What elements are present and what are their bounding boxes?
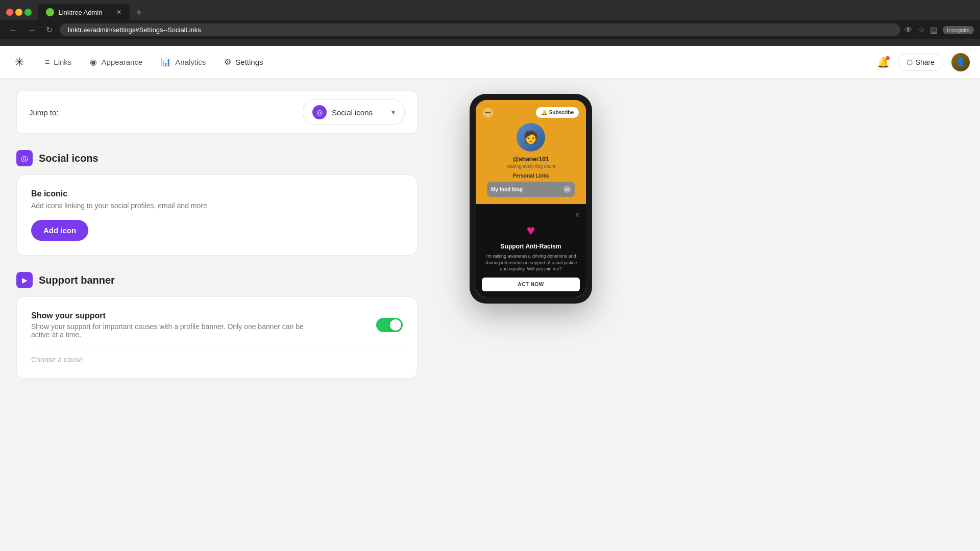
support-banner-section-icon: ▶ bbox=[16, 272, 33, 288]
phone-body: ∨ ♥ Support Anti-Racism I'm raising awar… bbox=[476, 204, 586, 297]
social-icons-card: Be iconic Add icons linking to your soci… bbox=[16, 174, 418, 256]
phone-heart-icon: ♥ bbox=[482, 222, 580, 239]
share-button[interactable]: ⬡ Share bbox=[898, 54, 943, 71]
support-banner-section-header: ▶ Support banner bbox=[16, 272, 418, 288]
forward-button[interactable]: → bbox=[24, 24, 39, 36]
active-browser-tab[interactable]: Linktree Admin ✕ bbox=[38, 4, 130, 20]
phone-username: @shaner101 bbox=[483, 156, 579, 163]
jump-select-text: Social icons bbox=[332, 108, 373, 117]
address-bar[interactable] bbox=[60, 23, 900, 36]
phone-act-button: ACT NOW bbox=[482, 278, 580, 291]
phone-link-dot: ••• bbox=[564, 186, 571, 193]
avatar-image: 👤 bbox=[951, 53, 970, 71]
nav-item-analytics[interactable]: 📊 Analytics bbox=[153, 53, 214, 71]
tab-close-icon[interactable]: ✕ bbox=[116, 9, 121, 16]
window-maximize-button[interactable] bbox=[24, 9, 32, 16]
notification-button[interactable]: 🔔 bbox=[877, 56, 890, 68]
app: ✳ ≡ Links ◉ Appearance 📊 Analytics ⚙ Set… bbox=[0, 46, 980, 551]
phone-links-label: Personal Links bbox=[483, 173, 579, 179]
tab-favicon-icon bbox=[46, 8, 54, 16]
browser-controls: ← → ↻ 👁 ☆ ▤ Incognito bbox=[0, 20, 980, 39]
browser-tab-bar: Linktree Admin ✕ + bbox=[0, 0, 980, 20]
support-banner-card: Show your support Show your support for … bbox=[16, 296, 418, 379]
nav-right: 🔔 ⬡ Share 👤 bbox=[877, 53, 970, 71]
main-content: Jump to: ◎ Social icons ▾ ◎ Social icons… bbox=[0, 79, 980, 551]
social-icons-card-title: Be iconic bbox=[31, 189, 403, 198]
content-area: Jump to: ◎ Social icons ▾ ◎ Social icons… bbox=[0, 79, 434, 551]
support-toggle[interactable] bbox=[376, 318, 403, 332]
browser-icons: 👁 ☆ ▤ Incognito bbox=[904, 25, 974, 35]
support-text: Show your support Show your support for … bbox=[31, 311, 317, 339]
phone-avatar: 🧑 bbox=[517, 123, 545, 152]
support-desc: Show your support for important causes w… bbox=[31, 322, 317, 339]
settings-label: Settings bbox=[235, 58, 263, 66]
refresh-button[interactable]: ↻ bbox=[43, 24, 56, 36]
browser-chrome: Linktree Admin ✕ + ← → ↻ 👁 ☆ ▤ Incognito bbox=[0, 0, 980, 46]
chevron-down-icon: ▾ bbox=[391, 108, 395, 116]
phone-menu-dot: ••• bbox=[483, 108, 493, 118]
jump-to-label: Jump to: bbox=[29, 108, 59, 117]
social-icons-section-header: ◎ Social icons bbox=[16, 150, 418, 166]
top-nav: ✳ ≡ Links ◉ Appearance 📊 Analytics ⚙ Set… bbox=[0, 46, 980, 79]
support-row: Show your support Show your support for … bbox=[31, 311, 403, 339]
nav-item-appearance[interactable]: ◉ Appearance bbox=[82, 53, 151, 71]
support-banner-section-title: Support banner bbox=[39, 274, 115, 286]
support-title: Show your support bbox=[31, 311, 317, 320]
toggle-knob bbox=[390, 319, 401, 331]
social-icons-section-title: Social icons bbox=[39, 153, 99, 164]
links-label: Links bbox=[54, 58, 71, 66]
avatar[interactable]: 👤 bbox=[951, 53, 970, 71]
phone-cause-desc: I'm raising awareness, driving donations… bbox=[482, 253, 580, 272]
bell-small-icon: 🔔 bbox=[541, 110, 547, 115]
subscribe-label: Subscribe bbox=[549, 110, 574, 115]
new-tab-button[interactable]: + bbox=[132, 5, 146, 20]
analytics-icon: 📊 bbox=[161, 57, 171, 67]
phone-expand-icon: ∨ bbox=[482, 210, 580, 218]
phone-link-text: My food blog bbox=[491, 187, 523, 192]
phone-screen: ••• 🔔 Subscribe 🧑 @shaner101 Making ever… bbox=[476, 100, 586, 297]
nav-item-links[interactable]: ≡ Links bbox=[37, 54, 80, 71]
appearance-label: Appearance bbox=[101, 58, 142, 66]
jump-to-select[interactable]: ◎ Social icons ▾ bbox=[303, 99, 405, 125]
phone-preview: ••• 🔔 Subscribe 🧑 @shaner101 Making ever… bbox=[470, 94, 592, 304]
sidebar-icon: ▤ bbox=[930, 25, 938, 35]
phone-tagline: Making every dog count bbox=[483, 164, 579, 169]
links-icon: ≡ bbox=[45, 58, 50, 67]
eye-off-icon: 👁 bbox=[904, 26, 913, 35]
phone-header: ••• 🔔 Subscribe 🧑 @shaner101 Making ever… bbox=[476, 100, 586, 204]
analytics-label: Analytics bbox=[175, 58, 206, 66]
share-label: Share bbox=[916, 58, 935, 66]
preview-panel: ••• 🔔 Subscribe 🧑 @shaner101 Making ever… bbox=[434, 79, 628, 551]
appearance-icon: ◉ bbox=[90, 57, 97, 67]
jump-to-bar: Jump to: ◎ Social icons ▾ bbox=[16, 91, 418, 134]
social-icons-card-desc: Add icons linking to your social profile… bbox=[31, 202, 403, 210]
nav-item-settings[interactable]: ⚙ Settings bbox=[216, 53, 271, 71]
jump-select-left: ◎ Social icons bbox=[312, 105, 373, 119]
social-icons-section-icon: ◎ bbox=[16, 150, 33, 166]
tab-title: Linktree Admin bbox=[58, 9, 102, 16]
back-button[interactable]: ← bbox=[6, 24, 20, 36]
window-minimize-button[interactable] bbox=[15, 9, 22, 16]
share-icon: ⬡ bbox=[906, 58, 913, 66]
star-icon: ☆ bbox=[918, 25, 925, 35]
notification-dot bbox=[886, 56, 890, 60]
phone-subscribe-button: 🔔 Subscribe bbox=[536, 107, 579, 118]
jump-icon: ◎ bbox=[312, 105, 327, 119]
logo-icon: ✳ bbox=[14, 55, 24, 69]
phone-link-button: My food blog ••• bbox=[487, 182, 575, 197]
window-close-button[interactable] bbox=[6, 9, 13, 16]
phone-top-bar: ••• 🔔 Subscribe bbox=[483, 107, 579, 118]
settings-icon: ⚙ bbox=[224, 57, 231, 67]
choose-cause[interactable]: Choose a cause bbox=[31, 347, 403, 364]
incognito-badge: Incognito bbox=[943, 26, 974, 34]
logo[interactable]: ✳ bbox=[10, 53, 29, 71]
add-icon-button[interactable]: Add icon bbox=[31, 220, 88, 241]
phone-cause-title: Support Anti-Racism bbox=[482, 243, 580, 250]
